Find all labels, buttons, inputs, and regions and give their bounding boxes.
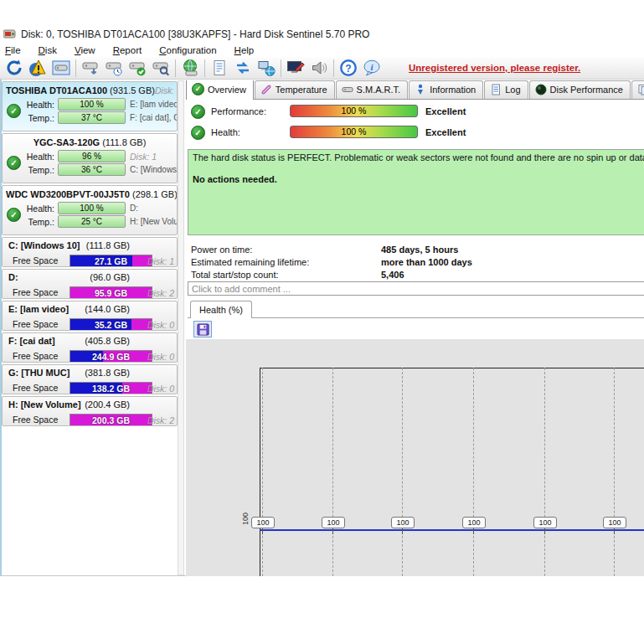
disk-ok-icon: ✓	[7, 104, 21, 118]
help-icon[interactable]: ?	[337, 57, 360, 79]
comment-input[interactable]	[188, 281, 644, 296]
menu-report[interactable]: Report	[113, 45, 142, 55]
stat-power-on-time: Power on time:485 days, 5 hours	[191, 244, 643, 256]
tab-label: Disk Performance	[550, 85, 623, 95]
sidebar-disk-wdc[interactable]: WDC WD3200BPVT-00JJ5T0 (298.1 GB) Disk: …	[2, 185, 178, 235]
disk-warning-icon[interactable]	[26, 57, 49, 79]
temp-bar: 25 °C	[58, 215, 126, 228]
menu-file[interactable]: File	[5, 45, 21, 55]
free-space-value: 138.2 GB	[70, 383, 152, 394]
tab-label: Information	[430, 85, 476, 95]
stat-start-stop-count: Total start/stop count:5,406	[191, 269, 643, 281]
chart-gridline	[544, 368, 545, 576]
save-chart-button[interactable]	[193, 321, 212, 337]
health-row: ✓ Health: 100 % Excellent	[186, 126, 644, 139]
sidebar-disk-toshiba[interactable]: TOSHIBA DT01ACA100 (931.5 GB) Disk: 0 ✓ …	[2, 81, 178, 131]
monitor-edit-icon[interactable]	[284, 57, 307, 79]
disk-title: YGC-SA3-120G (111.8 GB)	[33, 137, 147, 147]
tab-smart[interactable]: S.M.A.R.T.	[336, 80, 409, 99]
tab-alerts[interactable]: Alerts	[631, 80, 644, 99]
partition-size: (200.4 GB)	[85, 399, 130, 410]
sidebar-partition-c[interactable]: C: [Windows 10] (111.8 GB) Free Space 27…	[2, 237, 178, 267]
free-space-bar: 95.9 GB	[70, 286, 152, 299]
chart-point-label: 100	[603, 517, 626, 528]
health-bar: 100 %	[58, 98, 126, 111]
tab-label: S.M.A.R.T.	[357, 85, 401, 95]
sidebar-partition-d[interactable]: D: (96.0 GB) Free Space 95.9 GB Disk: 2	[2, 269, 178, 299]
disk-search-icon[interactable]	[149, 57, 173, 79]
chart-y-tick-label: 100	[241, 513, 250, 525]
volume-letters: H: [New Volume]	[130, 217, 177, 226]
report-icon[interactable]	[208, 57, 231, 79]
tab-log[interactable]: Log	[484, 80, 528, 99]
sidebar-partition-g[interactable]: G: [THU MUC] (381.8 GB) Free Space 138.2…	[2, 364, 178, 394]
sync-icon[interactable]	[231, 57, 255, 79]
chart-gridline	[402, 368, 403, 576]
disk-check-icon[interactable]	[126, 57, 149, 79]
disk-clock-icon[interactable]	[102, 57, 126, 79]
free-space-label: Free Space	[13, 383, 58, 393]
network-icon[interactable]	[255, 57, 278, 79]
sidebar-partition-e[interactable]: E: [lam video] (144.0 GB) Free Space 35.…	[2, 301, 178, 331]
free-space-label: Free Space	[13, 287, 58, 297]
sidebar-partition-f[interactable]: F: [cai dat] (405.8 GB) Free Space 244.9…	[2, 332, 178, 363]
menu-disk[interactable]: Disk	[39, 45, 57, 55]
health-value: 96 %	[82, 152, 101, 161]
free-space-label: Free Space	[13, 319, 58, 329]
sound-icon[interactable]	[307, 57, 331, 79]
disk-icon	[342, 84, 353, 95]
sidebar-disk-ygc[interactable]: YGC-SA3-120G (111.8 GB) ✓ Health: 96 % D…	[2, 133, 178, 183]
about-icon[interactable]: i	[360, 57, 384, 79]
sidebar-partition-h[interactable]: H: [New Volume] (200.4 GB) Free Space 20…	[2, 396, 178, 426]
temp-bar: 36 °C	[58, 163, 126, 176]
title-bar: Disk: 0, TOSHIBA DT01ACA100 [38U3KAPFS] …	[0, 25, 644, 43]
disk-panel-icon[interactable]	[49, 57, 73, 79]
register-link[interactable]: Unregistered version, please register.	[409, 63, 580, 73]
free-space-bar: 244.9 GB	[70, 350, 152, 363]
free-space-bar: 138.2 GB	[70, 382, 152, 394]
tab-overview[interactable]: ✓ Overview	[186, 80, 254, 100]
tab-health-percent[interactable]: Health (%)	[190, 301, 252, 318]
tab-temperature[interactable]: Temperature	[255, 80, 335, 99]
menu-help[interactable]: Help	[234, 45, 255, 55]
free-space-label: Free Space	[13, 255, 58, 265]
disk-number: Disk: 0	[147, 320, 174, 330]
health-ok-icon: ✓	[191, 126, 205, 140]
refresh-icon[interactable]	[3, 57, 26, 79]
free-space-value: 35.2 GB	[70, 319, 152, 331]
stat-label: Power on time:	[191, 244, 381, 256]
disk-status-message: The hard disk status is PERFECT. Problem…	[188, 149, 644, 235]
volume-letters: E: [lam video]	[130, 100, 177, 109]
disk-number: Disk: 1	[130, 152, 177, 162]
thermometer-icon	[260, 84, 272, 95]
free-space-label: Free Space	[13, 351, 58, 361]
tab-information[interactable]: Information	[409, 80, 483, 99]
chart-point-label: 100	[391, 517, 415, 528]
disk-name: TOSHIBA DT01ACA100	[6, 85, 107, 95]
overview-check-icon: ✓	[192, 83, 204, 95]
partition-name: E: [lam video]	[8, 304, 69, 314]
health-gauge-bar: 100 %	[290, 126, 418, 138]
stat-value: more than 1000 days	[381, 257, 472, 267]
free-space-value: 200.3 GB	[70, 415, 152, 426]
volume-letters: C: [Windows 10]	[130, 165, 177, 174]
disk-arrow-icon[interactable]	[79, 57, 102, 79]
health-bar: 96 %	[58, 150, 126, 162]
menu-view[interactable]: View	[75, 45, 95, 55]
tab-disk-performance[interactable]: Disk Performance	[529, 80, 631, 99]
chart-health-line	[260, 529, 644, 531]
menu-configuration[interactable]: Configuration	[159, 45, 216, 55]
svg-text:?: ?	[345, 63, 351, 75]
health-value: 100 %	[80, 100, 103, 109]
sidebar-scrollbar[interactable]	[178, 80, 184, 575]
chart-gridline	[262, 368, 263, 576]
status-action-text: No actions needed.	[193, 174, 644, 184]
performance-value: 100 %	[342, 106, 367, 116]
world-disk-icon[interactable]	[178, 57, 202, 79]
disk-name: WDC WD3200BPVT-00JJ5T0	[6, 189, 130, 199]
partition-name: H: [New Volume]	[8, 399, 81, 410]
partition-size: (111.8 GB)	[86, 240, 130, 250]
performance-gauge-bar: 100 %	[290, 105, 418, 117]
status-text: The hard disk status is PERFECT. Problem…	[193, 152, 644, 162]
temp-value: 36 °C	[81, 165, 102, 174]
